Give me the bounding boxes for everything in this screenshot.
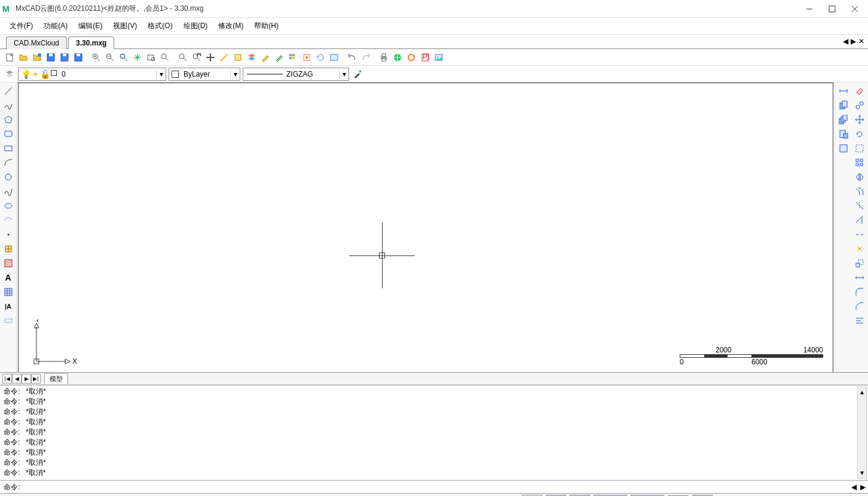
menu-draw[interactable]: 绘图(D) — [179, 19, 213, 34]
find-replace-icon[interactable]: A — [191, 51, 203, 63]
line-icon[interactable] — [2, 85, 14, 97]
layers-icon[interactable] — [246, 51, 258, 63]
zoom-out-icon[interactable] — [104, 51, 116, 63]
offset-icon[interactable] — [854, 185, 866, 197]
extend-icon[interactable] — [854, 214, 866, 226]
regen-icon[interactable] — [314, 51, 326, 63]
menu-app[interactable]: 功能(A) — [39, 19, 72, 34]
command-input[interactable] — [22, 483, 864, 491]
scroll-down-icon[interactable]: ▾ — [860, 468, 864, 478]
fillet-icon[interactable] — [854, 286, 866, 298]
palette-icon[interactable] — [287, 51, 299, 63]
text-icon[interactable]: A — [2, 272, 14, 284]
copy-icon[interactable] — [838, 99, 849, 111]
layer-manager-icon[interactable] — [4, 68, 16, 80]
chevron-down-icon[interactable]: ▾ — [339, 70, 349, 78]
find-icon[interactable] — [177, 51, 189, 63]
menu-file[interactable]: 文件(F) — [5, 19, 38, 34]
explode-icon[interactable] — [854, 243, 866, 255]
layer-dropdown[interactable]: 💡 ☀ 🔓 0 ▾ — [18, 68, 166, 81]
copy2-icon[interactable] — [854, 99, 866, 111]
paste-icon[interactable] — [838, 128, 849, 140]
highlight-icon[interactable] — [259, 51, 271, 63]
cmd-next-icon[interactable]: ▶ — [860, 483, 866, 491]
ellipse-arc-icon[interactable] — [2, 214, 14, 226]
save-cloud-icon[interactable] — [72, 51, 84, 63]
copy-multiple-icon[interactable] — [838, 114, 849, 126]
browser-icon[interactable] — [392, 51, 404, 63]
measure-icon[interactable] — [218, 51, 230, 63]
cmd-prev-icon[interactable]: ◀ — [851, 483, 857, 491]
polyline-icon[interactable] — [2, 99, 14, 111]
tab-prev-icon[interactable]: ◀ — [843, 37, 848, 45]
snap-settings-icon[interactable] — [301, 51, 313, 63]
export-pdf-icon[interactable]: PDF — [419, 51, 431, 63]
view-settings-icon[interactable] — [328, 51, 340, 63]
circle-icon[interactable] — [2, 171, 14, 183]
ellipse-icon[interactable] — [2, 200, 14, 212]
print-icon[interactable] — [378, 51, 390, 63]
close-button[interactable] — [849, 3, 861, 15]
break-icon[interactable] — [854, 229, 866, 241]
chevron-down-icon[interactable]: ▾ — [230, 70, 240, 78]
open-cloud-icon[interactable] — [31, 51, 43, 63]
scroll-up-icon[interactable]: ▴ — [860, 387, 864, 397]
save-icon[interactable] — [45, 51, 57, 63]
tab-next-icon[interactable]: ▶ — [851, 37, 856, 45]
layout-next-icon[interactable]: ▶ — [22, 374, 31, 384]
arc-icon[interactable] — [2, 157, 14, 169]
menu-view[interactable]: 视图(V) — [108, 19, 142, 34]
hatch-icon[interactable] — [2, 257, 14, 269]
chamfer-icon[interactable] — [854, 300, 866, 312]
erase-icon[interactable] — [854, 85, 866, 97]
select-all-icon[interactable] — [854, 142, 866, 154]
chevron-down-icon[interactable]: ▾ — [156, 70, 166, 78]
trim-icon[interactable] — [854, 200, 866, 212]
dimension-icon[interactable] — [2, 315, 14, 327]
move-cross-icon[interactable] — [854, 114, 866, 126]
scale-icon[interactable] — [854, 257, 866, 269]
minimize-button[interactable] — [803, 3, 815, 15]
layout-last-icon[interactable]: ▶| — [31, 374, 41, 384]
menu-edit[interactable]: 编辑(E) — [74, 19, 107, 34]
layout-prev-icon[interactable]: ◀ — [12, 374, 22, 384]
match-properties-icon[interactable] — [352, 68, 363, 80]
color-dropdown[interactable]: ByLayer ▾ — [169, 68, 240, 81]
layout-first-icon[interactable]: |◀ — [2, 374, 12, 384]
area-icon[interactable] — [232, 51, 244, 63]
drawing-canvas[interactable]: Y X 2000 14000 0 6000 — [18, 83, 833, 372]
save-as-icon[interactable] — [59, 51, 71, 63]
block-insert-icon[interactable] — [2, 243, 14, 255]
open-folder-icon[interactable] — [17, 51, 29, 63]
tab-close-icon[interactable]: ✕ — [858, 37, 864, 45]
menu-modify[interactable]: 修改(M) — [213, 19, 248, 34]
table-icon[interactable] — [2, 286, 14, 298]
menu-format[interactable]: 格式(O) — [143, 19, 177, 34]
paste-block-icon[interactable] — [838, 142, 849, 154]
mirror-icon[interactable] — [854, 171, 866, 183]
zoom-window-icon[interactable] — [145, 51, 157, 63]
pencil-icon[interactable] — [273, 51, 285, 63]
scrollbar[interactable]: ▴▾ — [857, 387, 867, 479]
rectangle2-icon[interactable] — [2, 142, 14, 154]
tab-current-file[interactable]: 3.30.mxg — [68, 36, 114, 49]
model-tab[interactable]: 模型 — [44, 373, 68, 384]
redo-icon[interactable] — [360, 51, 372, 63]
spline-icon[interactable] — [2, 185, 14, 197]
dimension-linear-icon[interactable] — [838, 85, 849, 97]
mtext-icon[interactable]: |A — [2, 300, 14, 312]
undo-icon[interactable] — [346, 51, 358, 63]
move-icon[interactable] — [204, 51, 216, 63]
rotate-icon[interactable] — [854, 128, 866, 140]
tab-cad-mxcloud[interactable]: CAD.MxCloud — [6, 36, 67, 49]
export-image-icon[interactable] — [433, 51, 445, 63]
zoom-extents-icon[interactable] — [118, 51, 130, 63]
array-icon[interactable] — [854, 157, 866, 169]
rectangle-icon[interactable] — [2, 128, 14, 140]
menu-help[interactable]: 帮助(H) — [249, 19, 283, 34]
refresh-icon[interactable] — [405, 51, 417, 63]
new-file-icon[interactable] — [4, 51, 16, 63]
align-icon[interactable] — [854, 315, 866, 327]
zoom-previous-icon[interactable] — [159, 51, 171, 63]
polygon-icon[interactable] — [2, 114, 14, 126]
